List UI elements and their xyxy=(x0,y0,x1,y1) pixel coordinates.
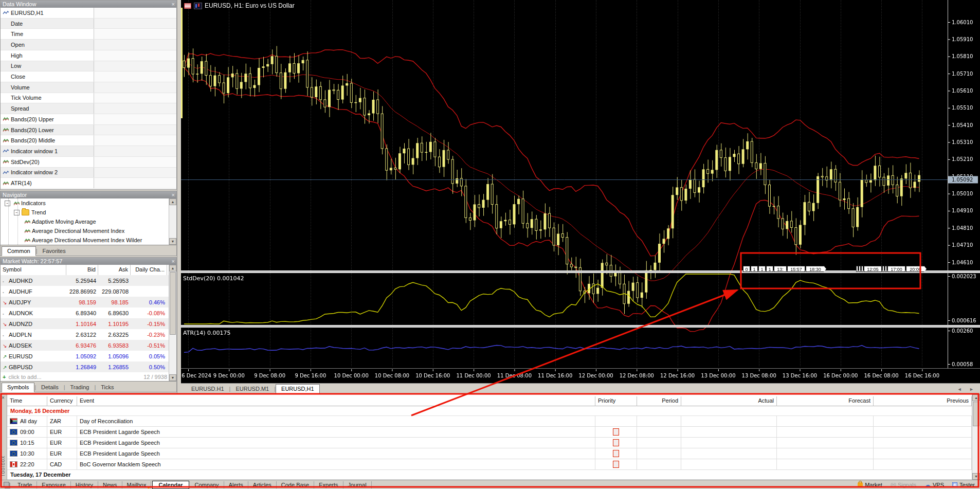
status-tester[interactable]: Tester xyxy=(952,482,975,488)
one-click-trading-icon[interactable] xyxy=(184,3,191,9)
market-watch-row[interactable]: ↘AUDJPY98.15998.1850.46% xyxy=(1,297,169,307)
tab-favorites[interactable]: Favorites xyxy=(37,247,70,256)
toolbox-tab-mailbox[interactable]: Mailbox xyxy=(122,481,152,488)
close-icon[interactable]: × xyxy=(172,191,175,198)
column-header-forecast[interactable]: Forecast xyxy=(777,396,874,406)
column-header-currency[interactable]: Currency xyxy=(47,396,77,406)
scroll-down-icon[interactable]: ▼ xyxy=(169,238,176,245)
data-window-row[interactable]: Bands(20) Middle xyxy=(1,135,176,146)
market-watch-row[interactable]: •AUDPLN2.631222.63225-0.23% xyxy=(1,329,169,340)
data-window-row[interactable]: Indicator window 2 xyxy=(1,168,176,178)
close-icon[interactable]: × xyxy=(172,1,175,8)
calendar-event-row[interactable]: 10:15EURECB President Lagarde Speech xyxy=(7,438,972,448)
toolbox-tab-company[interactable]: Company xyxy=(190,481,224,488)
close-icon[interactable]: × xyxy=(172,258,175,265)
data-window-row[interactable]: Indicator window 1 xyxy=(1,146,176,157)
column-header-ask[interactable]: Ask xyxy=(98,265,131,275)
column-header-symbol[interactable]: Symbol xyxy=(1,265,66,275)
column-header-period[interactable]: Period xyxy=(637,396,681,406)
toolbox-tab-articles[interactable]: Articles xyxy=(248,481,277,488)
market-watch-row[interactable]: ↘AUDNZD1.101641.10195-0.15% xyxy=(1,318,169,329)
data-window-row[interactable]: Spread xyxy=(1,103,176,114)
price-chart-canvas[interactable] xyxy=(181,0,980,383)
scroll-up-icon[interactable]: ▲ xyxy=(972,394,980,401)
navigator-scrollbar[interactable]: ▲ ▼ xyxy=(169,198,176,245)
data-window-row[interactable]: Tick Volume xyxy=(1,93,176,104)
toolbox-tab-journal[interactable]: Journal xyxy=(343,481,372,488)
data-window-row[interactable]: High xyxy=(1,50,176,61)
data-window-row[interactable]: Bands(20) Lower xyxy=(1,125,176,136)
calendar-event-row[interactable]: 10:30EURECB President Lagarde Speech xyxy=(7,448,972,459)
toolbox-tab-history[interactable]: History xyxy=(71,481,98,488)
scrollbar-thumb[interactable] xyxy=(973,402,979,426)
data-window-row[interactable]: Time xyxy=(1,29,176,40)
tree-expander-icon[interactable]: − xyxy=(14,210,20,215)
scroll-up-icon[interactable]: ▲ xyxy=(169,198,176,205)
data-window-row[interactable]: Date xyxy=(1,19,176,29)
column-header-priority[interactable]: Priority xyxy=(595,396,637,406)
chart-tab-eurusd-h1[interactable]: EURUSD,H1 xyxy=(276,384,320,394)
data-window-row[interactable]: EURUSD,H1 xyxy=(1,8,176,19)
data-window-row[interactable]: StdDev(20) xyxy=(1,157,176,168)
scroll-up-icon[interactable]: ▲ xyxy=(169,265,176,271)
calendar-event-row[interactable]: 22:20CADBoC Governor Macklem Speech xyxy=(7,459,972,470)
market-watch-row[interactable]: ↗EURUSD1.050921.050960.05% xyxy=(1,351,169,361)
calendar-event-row[interactable]: 09:00EURECB President Lagarde Speech xyxy=(7,427,972,438)
tab-details[interactable]: Details xyxy=(36,383,64,392)
calendar-event-row[interactable]: All dayZARDay of Reconciliation xyxy=(7,416,972,427)
column-header-time[interactable]: Time xyxy=(7,396,47,406)
tree-expander-icon[interactable]: − xyxy=(5,201,10,206)
toolbox-tab-experts[interactable]: Experts xyxy=(314,481,343,488)
tab-trading[interactable]: Trading xyxy=(65,383,95,392)
navigator-tree-item[interactable]: −Trend xyxy=(1,208,169,217)
toolbox-tab-trade[interactable]: Trade xyxy=(13,481,37,488)
column-header-dailycha[interactable]: Daily Cha... xyxy=(131,265,167,275)
data-window-row[interactable]: Bands(20) Upper xyxy=(1,114,176,125)
column-header-actual[interactable]: Actual xyxy=(681,396,777,406)
click-to-add[interactable]: click to add... xyxy=(8,374,41,380)
scroll-down-icon[interactable]: ▼ xyxy=(169,374,176,381)
toolbox-tab-calendar[interactable]: Calendar xyxy=(152,481,189,489)
chart-tab-eurusd-m1[interactable]: EURUSD.M1 xyxy=(230,385,274,393)
market-watch-titlebar[interactable]: Market Watch: 22:57:57 × xyxy=(1,258,176,265)
tab-symbols[interactable]: Symbols xyxy=(2,383,34,392)
data-window-row[interactable]: Close xyxy=(1,71,176,82)
chart-tab-eurusd-h1[interactable]: EURUSD.H1 xyxy=(186,385,229,393)
navigator-titlebar[interactable]: Navigator × xyxy=(1,191,176,198)
market-watch-row[interactable]: •AUDHKD5.259445.25953 xyxy=(1,275,169,286)
navigator-tree-item[interactable]: Average Directional Movement Index xyxy=(1,226,169,236)
column-header-event[interactable]: Event xyxy=(77,396,595,406)
tab-ticks[interactable]: Ticks xyxy=(96,383,119,392)
chart-type-icon[interactable] xyxy=(194,3,202,9)
column-header-previous[interactable]: Previous xyxy=(874,396,972,406)
data-window-row[interactable]: Low xyxy=(1,61,176,72)
close-icon[interactable]: × xyxy=(2,395,5,401)
add-symbol-icon[interactable]: + xyxy=(3,374,6,380)
toolbox-tab-code-base[interactable]: Code Base xyxy=(277,481,314,488)
calendar-scrollbar[interactable]: ▲ ▼ xyxy=(972,394,980,480)
navigator-tree-item[interactable]: Average Directional Movement Index Wilde… xyxy=(1,236,169,245)
data-window-row[interactable]: Open xyxy=(1,40,176,50)
tab-scroll-arrows[interactable]: ◄ ► xyxy=(957,387,977,392)
status-market[interactable]: Market xyxy=(858,482,882,488)
status-vps[interactable]: ☁VPS xyxy=(924,482,944,488)
data-window-row[interactable]: ATR(14) xyxy=(1,178,176,189)
tab-common[interactable]: Common xyxy=(2,246,36,256)
scroll-down-icon[interactable]: ▼ xyxy=(972,473,980,480)
data-window-field-value xyxy=(94,178,176,188)
market-watch-row[interactable]: ↘AUDSEK6.934766.93583-0.51% xyxy=(1,340,169,351)
market-watch-row[interactable]: •AUDHUF228.86992229.08708 xyxy=(1,286,169,297)
column-header-bid[interactable]: Bid xyxy=(66,265,98,275)
market-watch-row[interactable]: •AUDNOK6.893406.89630-0.08% xyxy=(1,307,169,318)
toolbox-tab-news[interactable]: News xyxy=(98,481,122,488)
data-window-row[interactable]: Volume xyxy=(1,82,176,93)
status-signals[interactable]: ((•))Signals xyxy=(891,482,916,488)
market-watch-scrollbar[interactable]: ▲ ▼ xyxy=(169,265,176,381)
navigator-tree-item[interactable]: −Indicators xyxy=(1,198,169,208)
scrollbar-thumb[interactable] xyxy=(170,272,176,335)
data-window-titlebar[interactable]: Data Window × xyxy=(1,1,176,8)
toolbox-tab-exposure[interactable]: Exposure xyxy=(37,481,70,488)
market-watch-row[interactable]: ↗GBPUSD1.268491.268550.50% xyxy=(1,361,169,372)
toolbox-tab-alerts[interactable]: Alerts xyxy=(224,481,248,488)
navigator-tree-item[interactable]: Adaptive Moving Average xyxy=(1,217,169,226)
